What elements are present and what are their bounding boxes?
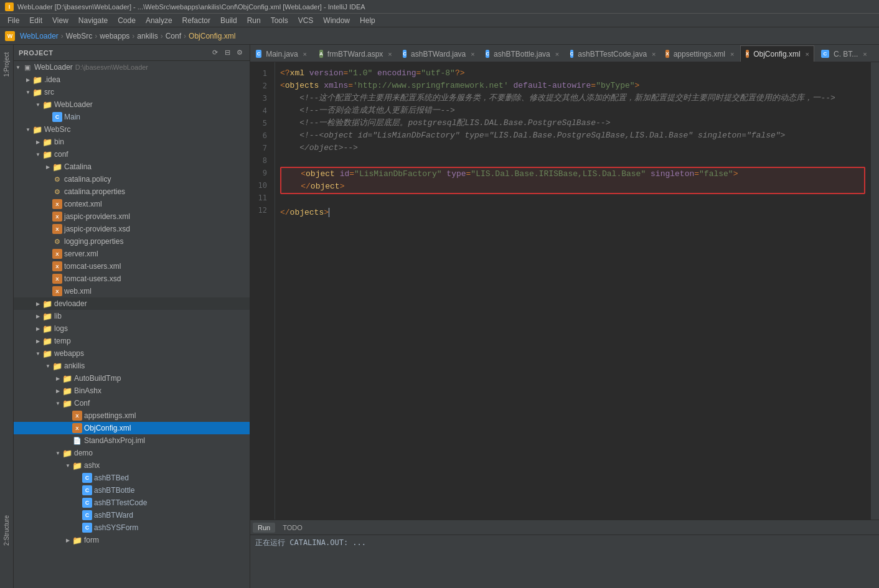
- tree-item-catalina-prop[interactable]: ⚙catalina.properties: [14, 185, 250, 198]
- run-tab[interactable]: Run: [253, 523, 275, 533]
- tree-item-jaspic-xml[interactable]: Xjaspic-providers.xml: [14, 210, 250, 223]
- tree-arrow[interactable]: ▼: [24, 87, 32, 97]
- tree-arrow[interactable]: ▶: [54, 373, 62, 383]
- tree-arrow[interactable]: ▶: [34, 324, 42, 334]
- tab-ashbtward[interactable]: CashBTWard.java×: [397, 45, 479, 62]
- bc-file[interactable]: ObjConfig.xml: [189, 32, 235, 40]
- tree-arrow[interactable]: ▼: [14, 62, 22, 72]
- bc-webapps[interactable]: webapps: [100, 32, 129, 40]
- bc-ankilis[interactable]: ankilis: [137, 32, 157, 40]
- bc-conf[interactable]: Conf: [166, 32, 181, 40]
- tab-close-btn[interactable]: ×: [471, 50, 474, 58]
- menu-run[interactable]: Run: [242, 15, 266, 26]
- tab-close-btn[interactable]: ×: [303, 50, 307, 58]
- project-tool-btn[interactable]: 1:Project: [2, 47, 11, 82]
- tab-close-btn[interactable]: ×: [806, 50, 809, 58]
- tab-close-btn[interactable]: ×: [863, 50, 867, 58]
- tab-close-btn[interactable]: ×: [730, 50, 734, 58]
- tree-item-objconfig[interactable]: XObjConfig.xml: [14, 422, 250, 434]
- tab-frmbtward[interactable]: AfrmBTWard.aspx×: [314, 45, 396, 62]
- settings-gear-icon[interactable]: ⚙: [235, 48, 245, 58]
- tab-close-btn[interactable]: ×: [388, 50, 392, 58]
- tree-item-form[interactable]: ▶📁form: [14, 534, 250, 546]
- tree-item-jaspic-xsd[interactable]: Xjaspic-providers.xsd: [14, 223, 250, 235]
- tree-item-idea[interactable]: ▶📁.idea: [14, 73, 250, 86]
- collapse-icon[interactable]: ⊟: [222, 48, 232, 58]
- tree-item-ashbtward[interactable]: CashBTWard: [14, 509, 250, 521]
- tree-item-binashx[interactable]: ▶📁BinAshx: [14, 385, 250, 397]
- tree-item-catalina[interactable]: ▶📁Catalina: [14, 161, 250, 173]
- tree-item-demo[interactable]: ▼📁demo: [14, 447, 250, 459]
- tree-item-temp[interactable]: ▶📁temp: [14, 335, 250, 347]
- menu-analyze[interactable]: Analyze: [141, 15, 177, 26]
- tree-arrow[interactable]: ▼: [24, 124, 32, 134]
- tree-item-standashx[interactable]: 📄StandAshxProj.iml: [14, 434, 250, 447]
- menu-refactor[interactable]: Refactor: [177, 15, 215, 26]
- tab-appsettings[interactable]: Xappsettings.xml×: [660, 45, 739, 62]
- sync-icon[interactable]: ⟳: [210, 48, 220, 58]
- menu-window[interactable]: Window: [318, 15, 355, 26]
- tree-item-ashx[interactable]: ▼📁ashx: [14, 459, 250, 472]
- menu-file[interactable]: File: [2, 15, 24, 26]
- tree-item-autobildtmp[interactable]: ▶📁AutoBuildTmp: [14, 372, 250, 385]
- tree-arrow[interactable]: ▼: [54, 448, 62, 458]
- tree-arrow[interactable]: ▼: [44, 361, 52, 371]
- tree-item-tomcat-users-xsd[interactable]: Xtomcat-users.xsd: [14, 273, 250, 285]
- tree-item-context-xml[interactable]: Xcontext.xml: [14, 198, 250, 210]
- tree-item-src[interactable]: ▼📁src: [14, 86, 250, 98]
- tree-arrow[interactable]: ▶: [34, 336, 42, 346]
- tree-item-logging-prop[interactable]: ⚙logging.properties: [14, 235, 250, 248]
- tree-item-websrc[interactable]: ▼📁WebSrc: [14, 123, 250, 136]
- tree-arrow[interactable]: ▼: [34, 100, 42, 110]
- bc-websrc[interactable]: WebSrc: [66, 32, 92, 40]
- menu-navigate[interactable]: Navigate: [73, 15, 113, 26]
- tree-item-ashbtbed[interactable]: CashBTBed: [14, 472, 250, 484]
- editor-content[interactable]: 123456789101112 <?xml version="1.0" enco…: [250, 62, 870, 520]
- structure-tool-btn[interactable]: 2:Structure: [2, 510, 11, 551]
- tree-item-lib[interactable]: ▶📁lib: [14, 310, 250, 322]
- tree-arrow[interactable]: ▼: [54, 398, 62, 408]
- tree-item-webloader-src[interactable]: ▼📁WebLoader: [14, 98, 250, 111]
- tab-objconfig[interactable]: XObjConfig.xml×: [740, 45, 814, 62]
- menu-vcs[interactable]: VCS: [293, 15, 319, 26]
- tree-arrow[interactable]: ▶: [63, 535, 72, 545]
- menu-edit[interactable]: Edit: [24, 15, 47, 26]
- tree-item-main[interactable]: CMain: [14, 111, 250, 123]
- tab-bt[interactable]: CC. BT...×: [816, 45, 878, 62]
- code-editor[interactable]: <?xml version="1.0" encoding="utf-8"?> <…: [275, 62, 870, 520]
- tree-item-server-xml[interactable]: Xserver.xml: [14, 248, 250, 260]
- tree-item-web-xml[interactable]: Xweb.xml: [14, 285, 250, 297]
- tree-item-webloader-root[interactable]: ▼▣WebLoaderD:\jbasesvn\WebLoader: [14, 61, 250, 73]
- menu-help[interactable]: Help: [355, 15, 380, 26]
- todo-tab[interactable]: TODO: [278, 523, 308, 533]
- tree-arrow[interactable]: ▼: [63, 460, 72, 470]
- tree-item-catalina-policy[interactable]: ⚙catalina.policy: [14, 173, 250, 185]
- tree-arrow[interactable]: ▶: [54, 386, 62, 396]
- tree-item-logs[interactable]: ▶📁logs: [14, 322, 250, 335]
- tab-close-btn[interactable]: ×: [652, 50, 656, 58]
- tab-close-btn[interactable]: ×: [555, 50, 559, 58]
- tree-item-devloader[interactable]: ▶📁devloader: [14, 297, 250, 310]
- tree-item-ankilis[interactable]: ▼📁ankilis: [14, 360, 250, 372]
- tree-item-webapps[interactable]: ▼📁webapps: [14, 347, 250, 360]
- tree-arrow[interactable]: ▶: [34, 311, 42, 321]
- menu-build[interactable]: Build: [215, 15, 242, 26]
- tree-arrow[interactable]: ▶: [34, 137, 42, 147]
- tree-item-ashbttestcode[interactable]: CashBTTestCode: [14, 497, 250, 509]
- tree-arrow[interactable]: ▼: [34, 149, 42, 159]
- tree-arrow[interactable]: ▶: [44, 162, 52, 172]
- tree-arrow[interactable]: ▶: [24, 75, 32, 85]
- tree-item-appsettings[interactable]: Xappsettings.xml: [14, 409, 250, 422]
- tree-item-bin[interactable]: ▶📁bin: [14, 136, 250, 148]
- tree-item-tomcat-users-xml[interactable]: Xtomcat-users.xml: [14, 260, 250, 273]
- menu-tools[interactable]: Tools: [266, 15, 293, 26]
- tab-ashbtbottle[interactable]: CashBTBottle.java×: [480, 45, 563, 62]
- tree-item-conf-folder[interactable]: ▼📁Conf: [14, 397, 250, 409]
- tree-item-conf[interactable]: ▼📁conf: [14, 148, 250, 161]
- tree-item-ashbtbottle[interactable]: CashBTBottle: [14, 484, 250, 497]
- tree-arrow[interactable]: ▶: [34, 299, 42, 309]
- tab-ashbttestcode[interactable]: CashBTTestCode.java×: [565, 45, 659, 62]
- menu-code[interactable]: Code: [113, 15, 141, 26]
- menu-view[interactable]: View: [47, 15, 73, 26]
- tab-main-java[interactable]: CMain.java×: [250, 45, 313, 62]
